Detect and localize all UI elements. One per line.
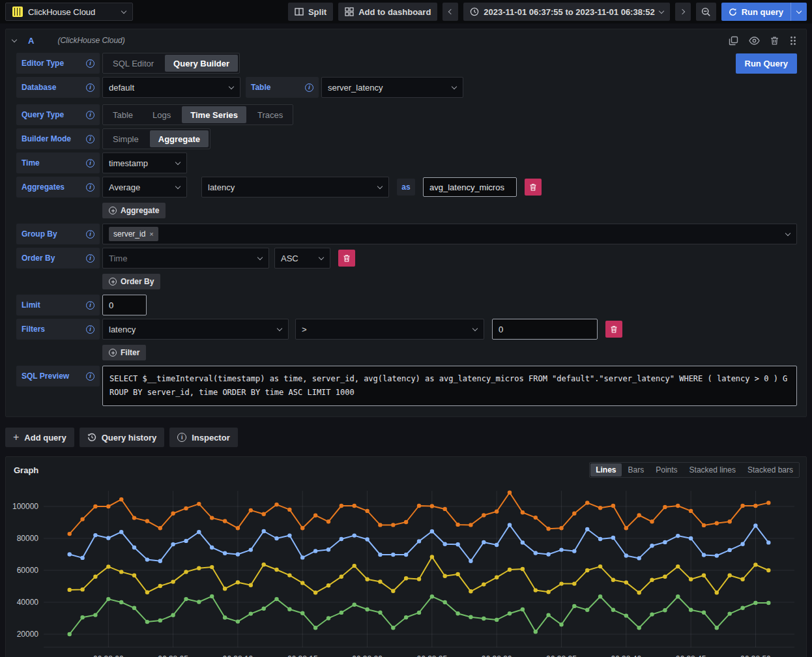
editor-type-row: Editor Type SQL Editor Query Builder Run…	[16, 53, 797, 74]
aggregate-column-select[interactable]: latency	[201, 177, 389, 197]
filter-column-select[interactable]: latency	[102, 319, 289, 340]
filter-operator-value: >	[302, 325, 307, 334]
add-query-button[interactable]: + Add query	[5, 428, 74, 447]
time-label: Time	[22, 158, 40, 168]
top-nav: ClickHouse Cloud Split Add to dashboard …	[0, 0, 812, 23]
eye-icon[interactable]	[749, 36, 760, 45]
limit-label: Limit	[22, 300, 40, 310]
time-column-select[interactable]: timestamp	[102, 153, 187, 173]
group-by-multiselect[interactable]: server_id ×	[102, 224, 797, 244]
filter-operator-select[interactable]: >	[295, 319, 484, 340]
time-range-forward-button[interactable]	[675, 3, 691, 21]
add-order-by-label: Order By	[121, 277, 154, 286]
trash-icon	[343, 254, 351, 263]
builder-mode-label: Builder Mode	[22, 134, 71, 143]
option-sql-editor[interactable]: SQL Editor	[104, 55, 162, 72]
collapse-chevron-icon[interactable]	[12, 36, 17, 42]
zoom-out-icon	[701, 7, 711, 17]
option-traces[interactable]: Traces	[249, 106, 291, 123]
info-icon[interactable]	[86, 254, 94, 263]
chart-area[interactable]: 2000040000600008000010000006:38:0006:38:…	[6, 479, 806, 657]
zoom-out-button[interactable]	[696, 3, 716, 21]
query-datasource-hint: (ClickHouse Cloud)	[57, 36, 124, 45]
time-range-picker[interactable]: 2023-11-01 06:37:55 to 2023-11-01 06:38:…	[463, 3, 669, 21]
svg-text:60000: 60000	[17, 566, 39, 575]
order-by-column-select[interactable]: Time	[102, 248, 269, 269]
run-query-main[interactable]: Run query	[721, 3, 790, 21]
info-icon[interactable]	[86, 230, 94, 239]
trash-icon	[610, 325, 618, 334]
run-query-inline-button[interactable]: Run Query	[736, 53, 797, 74]
table-select[interactable]: server_latency	[321, 77, 463, 98]
mode-bars[interactable]: Bars	[623, 463, 650, 476]
dashboard-grid-icon	[345, 7, 354, 16]
builder-mode-row: Builder Mode Simple Aggregate	[16, 128, 797, 149]
time-series-chart[interactable]: 2000040000600008000010000006:38:0006:38:…	[11, 482, 802, 657]
aggregates-label: Aggregates	[22, 182, 65, 192]
info-icon[interactable]	[86, 111, 94, 119]
chevron-down-icon	[796, 8, 802, 13]
aggregate-alias-input[interactable]	[423, 177, 517, 197]
table-label-cell: Table	[246, 77, 319, 98]
info-icon[interactable]	[86, 183, 94, 192]
datasource-picker[interactable]: ClickHouse Cloud	[5, 3, 133, 21]
mode-stacked-bars[interactable]: Stacked bars	[742, 463, 798, 476]
time-label-cell: Time	[16, 153, 100, 173]
aggregates-label-cell: Aggregates	[16, 177, 100, 197]
drag-handle-icon[interactable]	[789, 36, 797, 46]
duplicate-icon[interactable]	[729, 36, 738, 46]
time-range-text: 2023-11-01 06:37:55 to 2023-11-01 06:38:…	[484, 7, 654, 17]
filters-label: Filters	[22, 325, 45, 334]
info-icon[interactable]	[86, 159, 94, 168]
chevron-down-icon	[121, 8, 126, 13]
trash-icon[interactable]	[770, 36, 779, 46]
add-aggregate-button[interactable]: Aggregate	[102, 203, 166, 218]
option-time-series[interactable]: Time Series	[182, 106, 246, 123]
group-by-row: Group By server_id ×	[16, 224, 797, 244]
limit-input[interactable]	[102, 295, 147, 315]
svg-text:20000: 20000	[17, 630, 39, 639]
option-logs[interactable]: Logs	[144, 106, 179, 123]
split-button[interactable]: Split	[288, 3, 333, 21]
option-simple[interactable]: Simple	[104, 130, 147, 147]
mode-points[interactable]: Points	[650, 463, 682, 476]
filter-column-value: latency	[109, 325, 136, 334]
info-icon[interactable]	[86, 135, 94, 143]
inspector-button[interactable]: Inspector	[169, 428, 238, 447]
remove-filter-button[interactable]	[605, 321, 622, 338]
aggregate-function-select[interactable]: Average	[102, 177, 187, 197]
add-to-dashboard-button[interactable]: Add to dashboard	[338, 3, 437, 21]
mode-stacked-lines[interactable]: Stacked lines	[684, 463, 741, 476]
editor-type-radio-group: SQL Editor Query Builder	[102, 53, 240, 74]
add-filter-button[interactable]: Filter	[102, 345, 146, 360]
info-icon[interactable]	[86, 83, 94, 92]
option-table[interactable]: Table	[104, 106, 141, 123]
time-range-back-button[interactable]	[442, 3, 458, 21]
info-icon[interactable]	[86, 59, 94, 68]
order-by-direction-select[interactable]: ASC	[274, 248, 330, 269]
info-icon[interactable]	[86, 372, 94, 381]
remove-order-by-button[interactable]	[338, 250, 355, 267]
remove-aggregate-button[interactable]	[525, 179, 542, 196]
option-query-builder[interactable]: Query Builder	[165, 55, 238, 72]
query-actions	[729, 36, 797, 46]
group-by-label: Group By	[22, 229, 57, 239]
add-aggregate-label: Aggregate	[121, 206, 159, 215]
svg-text:06:38:50: 06:38:50	[740, 654, 771, 657]
chevron-down-icon	[452, 83, 457, 89]
info-icon[interactable]	[86, 325, 94, 334]
option-aggregate[interactable]: Aggregate	[150, 130, 209, 147]
database-select[interactable]: default	[102, 77, 240, 98]
add-order-by-button[interactable]: Order By	[102, 274, 160, 289]
query-history-label: Query history	[102, 433, 157, 443]
info-icon[interactable]	[86, 301, 94, 310]
chevron-down-icon	[319, 254, 324, 259]
graph-panel: Graph Lines Bars Points Stacked lines St…	[5, 456, 807, 657]
filter-value-input[interactable]	[492, 319, 598, 340]
remove-tag-icon[interactable]: ×	[149, 230, 153, 238]
mode-lines[interactable]: Lines	[590, 463, 621, 476]
info-icon[interactable]	[305, 83, 313, 92]
query-history-button[interactable]: Query history	[80, 428, 165, 447]
run-query-caret[interactable]	[790, 3, 807, 21]
run-query-split-button[interactable]: Run query	[721, 3, 807, 21]
